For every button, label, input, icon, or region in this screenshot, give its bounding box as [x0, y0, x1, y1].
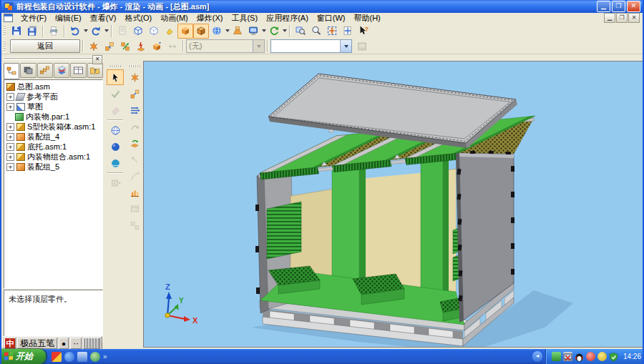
menu-tools[interactable]: 工具(S): [227, 13, 262, 24]
menu-window[interactable]: 窗口(W): [313, 13, 350, 24]
display-config-select[interactable]: [270, 39, 352, 53]
close-button[interactable]: ✕: [627, 1, 640, 12]
child-minimize-button[interactable]: ▁: [604, 13, 615, 23]
edgebar-close-icon[interactable]: ✕: [92, 55, 102, 64]
bind-explode-button[interactable]: [165, 39, 180, 54]
tab-help-folder[interactable]: ?: [87, 63, 103, 78]
ime-mode-icon[interactable]: ●: [59, 338, 69, 349]
display-settings-button[interactable]: [245, 24, 261, 39]
fit-view-button[interactable]: [324, 24, 340, 39]
tree-item-assembly-group-4[interactable]: + 装配组_4: [4, 132, 102, 142]
redo-button[interactable]: [88, 24, 104, 39]
expander-icon[interactable]: +: [6, 133, 14, 141]
tab-animation-editor[interactable]: [70, 63, 86, 78]
ime-language-badge[interactable]: 中: [4, 338, 16, 349]
rotate-view-button[interactable]: [107, 155, 124, 171]
edgebar-grip[interactable]: ✕: [3, 55, 104, 62]
tree-item-contents-part[interactable]: 内装物.par:1: [4, 112, 102, 122]
tray-collapse-icon[interactable]: ◂: [532, 351, 542, 362]
window-tool-button[interactable]: [126, 201, 143, 217]
expander-icon[interactable]: +: [6, 103, 14, 111]
redo-dropdown[interactable]: [104, 24, 109, 38]
tray-download-icon[interactable]: [586, 352, 595, 361]
tray-messenger-icon[interactable]: [552, 352, 561, 361]
ime-name[interactable]: 极品五笔: [17, 338, 57, 349]
path-tool-button[interactable]: [126, 168, 143, 184]
center-column[interactable]: [332, 161, 366, 288]
undo-dropdown[interactable]: [83, 24, 88, 38]
quick-launch-overflow-icon[interactable]: »: [103, 353, 107, 360]
render-globe-dropdown[interactable]: [225, 24, 230, 38]
erase-button[interactable]: [107, 102, 124, 118]
config-select[interactable]: (无): [186, 39, 265, 53]
foam-spacer-left[interactable]: [267, 202, 301, 259]
wireframe-view-button[interactable]: [130, 24, 146, 39]
named-views-button[interactable]: [107, 122, 124, 138]
drop-tool-button[interactable]: [126, 152, 143, 167]
zoom-button[interactable]: [308, 24, 324, 39]
tray-qq-icon[interactable]: [575, 353, 584, 362]
apply-config-button[interactable]: [354, 39, 370, 54]
expander-icon[interactable]: +: [6, 153, 14, 161]
shaded-edges-view-button[interactable]: [193, 24, 209, 39]
shaded-sphere-button[interactable]: [107, 139, 124, 154]
back-button[interactable]: 返回: [10, 39, 80, 53]
toolbar-grip[interactable]: [128, 65, 141, 67]
display-config-arrow[interactable]: [340, 40, 351, 52]
print-button[interactable]: [46, 24, 62, 39]
display-settings-dropdown[interactable]: [261, 24, 266, 38]
tab-sensors[interactable]: [37, 63, 53, 78]
model-viewport[interactable]: Z X Y: [143, 61, 643, 348]
validate-button[interactable]: [107, 86, 124, 102]
auto-explode-button[interactable]: [86, 39, 102, 54]
expander-icon[interactable]: +: [6, 163, 14, 171]
restore-button[interactable]: ❐: [612, 1, 625, 12]
tree-item-top-assembly[interactable]: 总图.asm: [4, 82, 102, 92]
ime-toolbar[interactable]: 中 极品五笔 ● ··: [2, 336, 102, 350]
flow-arrows-tool-button[interactable]: [126, 102, 143, 118]
minimize-button[interactable]: ▁: [597, 1, 610, 12]
media-player-icon[interactable]: [52, 352, 62, 362]
expander-icon[interactable]: +: [6, 123, 14, 131]
child-restore-button[interactable]: ❐: [616, 13, 628, 23]
tab-layers[interactable]: [20, 63, 36, 78]
window-tile-tool-button[interactable]: [126, 217, 143, 233]
explode-options-button[interactable]: [149, 39, 165, 54]
browser-globe-icon[interactable]: [90, 352, 100, 362]
document-icon[interactable]: [4, 14, 13, 22]
ime-punctuation-icon[interactable]: ··: [70, 338, 82, 349]
menu-edit[interactable]: 编辑(E): [51, 13, 86, 24]
refresh-button[interactable]: [266, 24, 282, 39]
tab-assembly-pathfinder[interactable]: [4, 63, 19, 79]
render-globe-button[interactable]: [209, 24, 225, 39]
menu-applications[interactable]: 应用程序(A): [262, 13, 313, 24]
ime-keyboard-icon[interactable]: [83, 338, 100, 349]
refresh-dropdown[interactable]: [282, 24, 287, 38]
flip-tool-button[interactable]: [126, 135, 143, 151]
tree-item-sketches[interactable]: + 草图: [4, 102, 102, 112]
shading-option-button[interactable]: [162, 24, 177, 39]
save-all-button[interactable]: [24, 24, 40, 39]
explode-move-tool-button[interactable]: [126, 86, 143, 102]
collapse-part-button[interactable]: [133, 39, 149, 54]
toolbar-grip[interactable]: [4, 25, 6, 36]
tab-family-of-parts[interactable]: [54, 63, 69, 78]
menu-view[interactable]: 查看(V): [86, 13, 121, 24]
tray-shield-icon[interactable]: [609, 353, 618, 362]
event-timeline-tool-button[interactable]: [126, 185, 143, 200]
config-select-arrow[interactable]: [253, 40, 264, 52]
perspective-button[interactable]: [230, 24, 245, 39]
menu-animation[interactable]: 动画(M): [156, 13, 192, 24]
menu-explode[interactable]: 爆炸(X): [192, 13, 228, 24]
reposition-part-button[interactable]: [117, 39, 133, 54]
auto-explode-tool-button[interactable]: [126, 69, 143, 85]
tree-item-assembly-group-5[interactable]: + 装配组_5: [4, 162, 102, 172]
unexplode-tool-button[interactable]: [126, 119, 143, 134]
hidden-edge-view-button[interactable]: [146, 24, 162, 39]
menu-file[interactable]: 文件(F): [16, 13, 51, 24]
undo-button[interactable]: [67, 24, 83, 39]
select-tool-button[interactable]: [107, 69, 124, 85]
taskbar-clock[interactable]: 14:26: [623, 353, 641, 360]
explode-part-button[interactable]: [102, 39, 117, 54]
pan-button[interactable]: [340, 24, 356, 39]
